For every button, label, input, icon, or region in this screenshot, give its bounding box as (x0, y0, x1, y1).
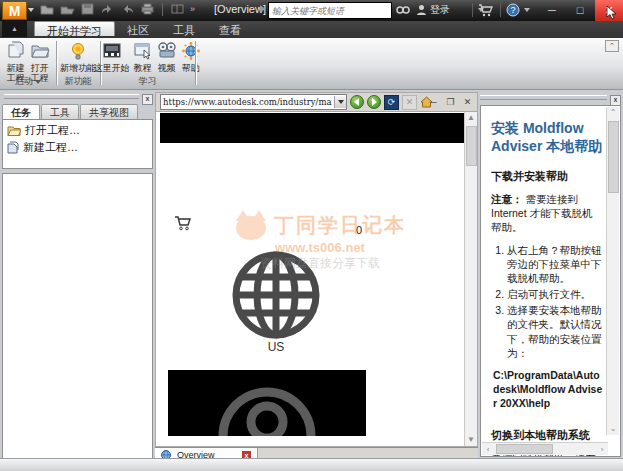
help-button[interactable]: 帮助 (180, 40, 202, 73)
help-heading-install: 下载并安装帮助 (491, 169, 603, 184)
app-menu-arrow-icon[interactable] (28, 8, 34, 12)
open-project-task[interactable]: 打开工程… (3, 122, 152, 139)
new-project-task[interactable]: 新建工程… (3, 139, 152, 156)
scroll-up-icon[interactable]: ⌃ (607, 107, 619, 119)
whats-new-icon (67, 40, 89, 62)
open-icon[interactable] (40, 2, 55, 16)
ribbon: 新建工程 打开工程 启动 新增功能 新功能 (0, 38, 623, 90)
undo-icon[interactable] (100, 2, 115, 16)
search-input[interactable] (269, 3, 391, 18)
tab-view[interactable]: 查看 (207, 21, 253, 38)
web-page: 0 US 丁同学日记本 www.ts006.net 资料网盘直接分享下载 (155, 112, 478, 447)
tab-community[interactable]: 社区 (115, 21, 161, 38)
tab-shared-views[interactable]: 共享视图 (80, 104, 138, 119)
panel-splitter[interactable] (4, 94, 139, 99)
app-logo[interactable]: M (2, 1, 27, 20)
save-icon[interactable] (80, 2, 95, 16)
mdi-window-controls: ─ ❐ ✕ (427, 96, 474, 109)
task-panel: x 任务 工具 共享视图 打开工程… 新建工程… (2, 92, 153, 456)
videos-button[interactable]: 视频 (156, 40, 178, 73)
scroll-thumb[interactable] (608, 121, 619, 193)
user-avatar-icon (168, 370, 366, 436)
scroll-thumb[interactable] (496, 444, 553, 454)
stop-button[interactable]: ✕ (402, 95, 417, 110)
page-footer-band (168, 370, 366, 436)
task-panel-close-icon[interactable]: x (142, 94, 153, 105)
ribbon-minimize-toggle[interactable]: ⌃ (605, 40, 619, 52)
refresh-button[interactable]: ⟳ (384, 95, 399, 110)
question-icon: ? (506, 3, 520, 17)
help-step: 选择要安装本地帮助的文件夹。默认情况下，帮助的安装位置为： (507, 303, 603, 360)
sign-in-button[interactable]: 登录 (416, 2, 484, 18)
cart-count: 0 (356, 224, 362, 236)
task-detail-pane (2, 173, 153, 463)
help-scrollbar-horizontal[interactable]: ‹ › (482, 442, 608, 455)
tutorials-button[interactable]: 教程 (132, 40, 154, 73)
region-globe-icon[interactable] (228, 247, 324, 343)
ribbon-tab-row: ▲ 开始并学习 社区 工具 查看 (0, 21, 623, 38)
store-cart-icon[interactable] (478, 2, 493, 18)
tab-get-started[interactable]: 开始并学习 (34, 21, 115, 36)
tab-tools-pane[interactable]: 工具 (41, 104, 79, 119)
moldflow-adviser-window: M » [Overview] (0, 0, 623, 471)
back-button[interactable] (350, 95, 364, 109)
toolbar-divider (162, 3, 163, 16)
browser-pane: ⟳ ✕ ─ ❐ ✕ 0 US (155, 92, 478, 461)
mdi-close-button[interactable]: ✕ (461, 96, 474, 109)
help-step: 启动可执行文件。 (507, 287, 603, 301)
videos-icon (156, 40, 178, 62)
group-label-learn: 学习 (101, 75, 194, 88)
start-here-icon (101, 40, 123, 62)
app-menu-stub[interactable]: ▲ (2, 21, 27, 37)
print-icon[interactable] (140, 2, 155, 16)
scroll-thumb[interactable] (466, 126, 477, 166)
whats-new-button[interactable]: 新增功能 (60, 40, 96, 73)
group-label-launch[interactable]: 启动 (0, 75, 55, 88)
help-dropdown-icon[interactable] (524, 8, 530, 12)
scroll-right-icon[interactable]: › (596, 445, 608, 454)
ribbon-group-learn: 这里开始 教程 视频 帮助 学习 (101, 38, 194, 89)
forward-button[interactable] (367, 95, 381, 109)
scroll-up-icon[interactable]: ▲ (465, 112, 477, 124)
new-project-icon (5, 40, 27, 62)
scroll-down-icon[interactable]: ⌄ (607, 423, 619, 435)
panel-splitter[interactable] (480, 95, 607, 100)
help-menu-button[interactable]: ? (506, 2, 530, 18)
open-folder-icon (7, 125, 21, 137)
region-label[interactable]: US (256, 340, 296, 354)
import-icon[interactable] (60, 2, 75, 16)
url-input[interactable] (161, 97, 334, 107)
search-go-icon[interactable] (396, 2, 410, 18)
titlebar-divider (500, 3, 501, 17)
open-project-icon (29, 40, 51, 62)
title-expand-arrow-icon[interactable] (260, 5, 265, 13)
help-article: 安装 Moldflow Adviser 本地帮助 下载并安装帮助 注意： 需要连… (491, 120, 603, 457)
scroll-down-icon[interactable]: ▼ (465, 434, 477, 446)
tab-tasks[interactable]: 任务 (2, 104, 40, 119)
titlebar-divider (472, 3, 473, 17)
help-content-pane: 安装 Moldflow Adviser 本地帮助 下载并安装帮助 注意： 需要连… (480, 105, 621, 457)
back-arrow-icon (353, 98, 361, 106)
help-scrollbar-vertical[interactable]: ⌃ ⌄ (606, 107, 619, 435)
fox-mascot-icon (234, 210, 268, 240)
tab-tools[interactable]: 工具 (161, 21, 207, 38)
browser-toolbar: ⟳ ✕ ─ ❐ ✕ (155, 92, 478, 112)
minimize-button[interactable]: ─ (538, 0, 566, 21)
new-document-icon (7, 141, 19, 154)
redo-icon[interactable] (120, 2, 135, 16)
mdi-restore-button[interactable]: ❐ (444, 96, 457, 109)
status-bar (0, 458, 623, 471)
user-icon (416, 4, 427, 16)
mdi-minimize-button[interactable]: ─ (427, 96, 440, 109)
start-here-button[interactable]: 这里开始 (94, 40, 130, 73)
scroll-left-icon[interactable]: ‹ (482, 445, 494, 454)
maximize-button[interactable]: □ (566, 0, 594, 21)
watermark-title: 丁同学日记本 (274, 212, 406, 239)
page-scrollbar[interactable]: ▲ ▼ (464, 112, 477, 446)
page-cart-icon[interactable] (174, 215, 191, 231)
url-dropdown-button[interactable] (334, 96, 346, 108)
chevron-down-icon (338, 100, 344, 104)
ribbon-help-icon (180, 40, 202, 62)
search-box (268, 2, 392, 19)
help-steps: 从右上角？帮助按钮旁边的下拉菜单中下载脱机帮助。 启动可执行文件。 选择要安装本… (491, 243, 603, 360)
